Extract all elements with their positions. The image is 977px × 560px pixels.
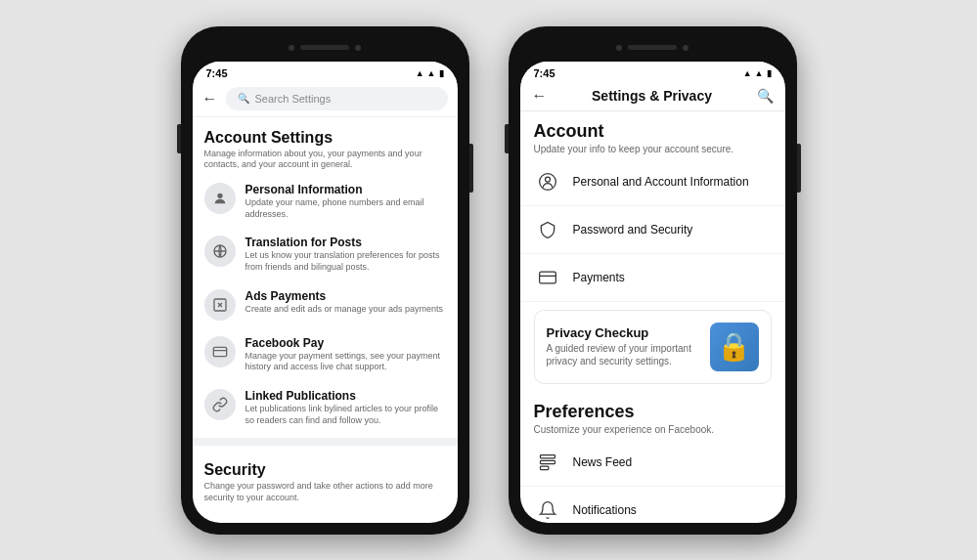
- phone-left-top-bar: [193, 38, 458, 58]
- svg-rect-7: [540, 454, 555, 457]
- security-title: Security: [204, 461, 446, 479]
- facebook-pay-subtitle: Manage your payment settings, see your p…: [245, 351, 446, 373]
- r-list-item-payments[interactable]: Payments: [520, 254, 785, 302]
- ads-icon: [204, 289, 236, 321]
- facebook-pay-text: Facebook Pay Manage your payment setting…: [245, 336, 446, 373]
- search-button-right[interactable]: 🔍: [757, 88, 774, 104]
- privacy-checkup-img: 🔒: [710, 323, 759, 371]
- battery-icon-left: ▮: [439, 68, 444, 78]
- phone-right-top-bar: [520, 38, 785, 58]
- lock-icon: 🔒: [717, 330, 751, 363]
- speaker-bar-left: [300, 45, 349, 50]
- globe-icon: [204, 236, 236, 267]
- translation-text: Translation for Posts Let us know your t…: [245, 236, 446, 273]
- phone-right: 7:45 ▲ ▲ ▮ ← Settings & Privacy 🔍 Accoun…: [509, 26, 797, 535]
- translation-title: Translation for Posts: [245, 236, 446, 249]
- translation-subtitle: Let us know your translation preferences…: [245, 250, 446, 273]
- wifi-icon-left: ▲: [416, 68, 424, 78]
- wifi-icon-right: ▲: [743, 68, 752, 78]
- privacy-checkup-text: Privacy Checkup A guided review of your …: [547, 325, 710, 367]
- list-item-translation[interactable]: Translation for Posts Let us know your t…: [193, 228, 458, 280]
- camera-dot-right: [355, 45, 361, 51]
- account-subtitle: Update your info to keep your account se…: [534, 144, 772, 154]
- phone-right-screen: 7:45 ▲ ▲ ▮ ← Settings & Privacy 🔍 Accoun…: [520, 62, 785, 523]
- account-settings-subtitle: Manage information about you, your payme…: [204, 149, 446, 171]
- linked-publications-subtitle: Let publications link bylined articles t…: [245, 404, 446, 426]
- status-time-right: 7:45: [534, 67, 555, 79]
- news-feed-icon: [534, 449, 561, 476]
- signal-icon-left: ▲: [427, 68, 436, 78]
- r-list-item-notifications[interactable]: Notifications: [520, 487, 785, 523]
- right-screen-content: Account Update your info to keep your ac…: [520, 111, 785, 523]
- account-section: Account Update your info to keep your ac…: [520, 111, 785, 158]
- ads-payments-title: Ads Payments: [245, 289, 446, 303]
- status-icons-left: ▲ ▲ ▮: [416, 68, 444, 78]
- preferences-subtitle: Customize your experience on Facebook.: [534, 424, 772, 435]
- nav-header-right: ← Settings & Privacy 🔍: [520, 81, 785, 111]
- left-screen-content: Account Settings Manage information abou…: [193, 117, 458, 523]
- list-item-personal-info[interactable]: Personal Information Update your name, p…: [193, 175, 458, 228]
- svg-point-0: [217, 194, 222, 198]
- svg-point-5: [545, 177, 550, 182]
- svg-rect-8: [540, 460, 555, 463]
- status-icons-right: ▲ ▲ ▮: [743, 68, 772, 78]
- linked-publications-title: Linked Publications: [245, 389, 446, 403]
- shield-icon: [534, 216, 561, 243]
- section-divider-left: [193, 438, 458, 446]
- svg-rect-3: [213, 347, 226, 356]
- security-subtitle: Change your password and take other acti…: [204, 481, 446, 503]
- r-list-item-personal-account[interactable]: Personal and Account Information: [520, 158, 785, 206]
- settings-privacy-title: Settings & Privacy: [592, 88, 712, 104]
- scene: 7:45 ▲ ▲ ▮ ← 🔍 Search Settings Account S: [0, 0, 977, 560]
- list-item-linked-publications[interactable]: Linked Publications Let publications lin…: [193, 381, 458, 434]
- camera-dot-left: [289, 45, 294, 51]
- status-bar-right: 7:45 ▲ ▲ ▮: [520, 62, 785, 81]
- search-placeholder: Search Settings: [255, 93, 332, 105]
- security-section-header: Security Change your password and take o…: [193, 450, 458, 507]
- status-bar-left: 7:45 ▲ ▲ ▮: [193, 62, 458, 81]
- battery-icon-right: ▮: [767, 68, 772, 78]
- bell-icon: [534, 496, 561, 523]
- r-list-item-news-feed[interactable]: News Feed: [520, 439, 785, 487]
- personal-account-info-title: Personal and Account Information: [573, 175, 749, 189]
- notifications-title: Notifications: [573, 503, 637, 517]
- back-button-left[interactable]: ←: [202, 90, 218, 108]
- signal-icon-right: ▲: [755, 68, 764, 78]
- preferences-section: Preferences Customize your experience on…: [520, 392, 785, 439]
- facebook-pay-title: Facebook Pay: [245, 336, 446, 350]
- search-header: ← 🔍 Search Settings: [193, 81, 458, 117]
- status-time-left: 7:45: [206, 67, 228, 79]
- camera-dot-right-right: [683, 45, 688, 51]
- account-title: Account: [534, 121, 772, 142]
- phone-left-screen: 7:45 ▲ ▲ ▮ ← 🔍 Search Settings Account S: [193, 62, 458, 523]
- personal-info-subtitle: Update your name, phone numbers and emai…: [245, 197, 446, 220]
- personal-info-text: Personal Information Update your name, p…: [245, 183, 446, 220]
- svg-rect-6: [539, 272, 555, 283]
- pay-icon: [204, 336, 236, 367]
- r-list-item-password-security[interactable]: Password and Security: [520, 206, 785, 254]
- personal-info-title: Personal Information: [245, 183, 446, 196]
- payments-card-icon: [534, 264, 561, 291]
- speaker-bar-right: [628, 45, 677, 50]
- ads-payments-subtitle: Create and edit ads or manage your ads p…: [245, 304, 446, 316]
- back-button-right[interactable]: ←: [532, 87, 548, 105]
- privacy-checkup-title: Privacy Checkup: [547, 325, 710, 340]
- privacy-checkup-card[interactable]: Privacy Checkup A guided review of your …: [534, 310, 772, 384]
- person-icon: [204, 183, 236, 214]
- account-settings-title: Account Settings: [204, 129, 446, 147]
- search-bar[interactable]: 🔍 Search Settings: [226, 87, 448, 110]
- list-item-facebook-pay[interactable]: Facebook Pay Manage your payment setting…: [193, 328, 458, 381]
- svg-rect-9: [540, 466, 548, 469]
- password-security-title: Password and Security: [573, 223, 693, 237]
- payments-title: Payments: [573, 271, 625, 284]
- search-icon-left: 🔍: [238, 93, 249, 104]
- list-item-ads-payments[interactable]: Ads Payments Create and edit ads or mana…: [193, 281, 458, 328]
- preferences-title: Preferences: [534, 402, 772, 422]
- camera-dot-right-left: [616, 45, 622, 51]
- ads-payments-text: Ads Payments Create and edit ads or mana…: [245, 289, 446, 316]
- linked-publications-text: Linked Publications Let publications lin…: [245, 389, 446, 426]
- account-settings-header: Account Settings Manage information abou…: [193, 117, 458, 175]
- link-icon: [204, 389, 236, 420]
- phone-left: 7:45 ▲ ▲ ▮ ← 🔍 Search Settings Account S: [181, 26, 469, 535]
- news-feed-title: News Feed: [573, 455, 633, 469]
